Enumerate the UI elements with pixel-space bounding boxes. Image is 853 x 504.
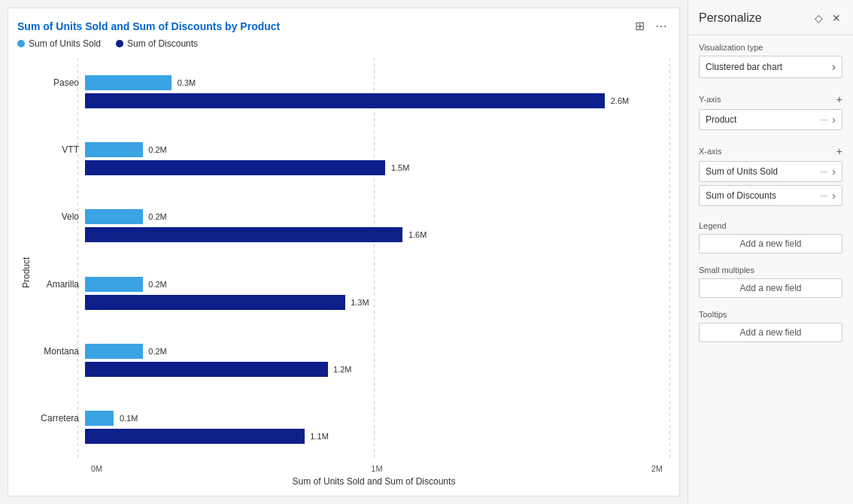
bar-row-discounts-carretera: 1.1M: [40, 428, 663, 445]
bar-units-amarilla: 0.2M: [85, 277, 143, 292]
x-axis-discounts-dots: ···: [821, 191, 827, 200]
bar-value-units-paseo: 0.3M: [178, 78, 196, 87]
y-axis-section: Y-axis + Product ··· ›: [688, 86, 853, 138]
tooltips-section: Tooltips Add a new field: [688, 302, 853, 347]
chart-body: Product Paseo0.3M2.6MVTT0.2M1.5MVelo0.2M…: [17, 58, 670, 487]
bar-value-discounts-vtt: 1.5M: [391, 163, 409, 172]
bar-units-carretera: 0.1M: [85, 411, 114, 426]
y-axis-add-button[interactable]: +: [836, 93, 842, 105]
x-axis-units-chevron: ›: [832, 165, 836, 178]
bar-track-units-vtt: 0.2M: [85, 141, 663, 158]
bar-track-discounts-vtt: 1.5M: [85, 159, 663, 176]
x-axis-discounts-icons: ··· ›: [821, 190, 836, 202]
x-axis-discounts-field[interactable]: Sum of Discounts ··· ›: [699, 185, 842, 206]
bar-group-amarilla: Amarilla0.2M1.3M: [40, 276, 663, 311]
bar-group-velo: Velo0.2M1.6M: [40, 208, 663, 243]
bar-row-units-montana: Montana0.2M: [40, 343, 663, 360]
chart-more-button[interactable]: ⋯: [652, 17, 670, 35]
bar-row-units-velo: Velo0.2M: [40, 208, 663, 225]
y-axis-label: Product: [17, 58, 32, 487]
legend-add-button[interactable]: Add a new field: [699, 234, 842, 254]
small-multiples-section: Small multiples Add a new field: [688, 258, 853, 302]
x-axis-add-button[interactable]: +: [836, 145, 842, 157]
chart-container: Sum of Units Sold and Sum of Discounts b…: [8, 8, 680, 496]
x-axis-section: X-axis + Sum of Units Sold ··· › Sum of …: [688, 138, 853, 214]
bar-label-amarilla: Amarilla: [40, 279, 85, 290]
y-axis-dots-icon: ···: [821, 115, 827, 124]
bar-row-units-paseo: Paseo0.3M: [40, 74, 663, 91]
personalize-panel: Personalize ◇ ✕ Visualization type Clust…: [688, 0, 853, 504]
chart-inner: Paseo0.3M2.6MVTT0.2M1.5MVelo0.2M1.6MAmar…: [32, 58, 670, 487]
panel-header: Personalize ◇ ✕: [688, 0, 853, 35]
x-tick-1: 1M: [371, 464, 382, 473]
bar-label-velo: Velo: [40, 211, 85, 222]
tooltips-label: Tooltips: [699, 310, 842, 319]
bar-discounts-paseo: 2.6M: [85, 93, 605, 108]
chart-title: Sum of Units Sold and Sum of Discounts b…: [17, 20, 670, 32]
viz-type-value: Clustered bar chart: [706, 62, 782, 72]
bar-track-discounts-velo: 1.6M: [85, 226, 663, 243]
bar-row-units-carretera: Carretera0.1M: [40, 410, 663, 427]
y-axis-product-name: Product: [706, 114, 736, 125]
legend-section-label: Legend: [699, 221, 842, 230]
viz-type-field[interactable]: Clustered bar chart ›: [699, 56, 842, 78]
bar-units-vtt: 0.2M: [85, 142, 143, 157]
bar-row-units-amarilla: Amarilla0.2M: [40, 276, 663, 293]
y-axis-product-field[interactable]: Product ··· ›: [699, 109, 842, 130]
bar-value-units-amarilla: 0.2M: [148, 280, 166, 289]
bar-value-discounts-velo: 1.6M: [408, 230, 426, 239]
bar-track-units-amarilla: 0.2M: [85, 276, 663, 293]
bar-label-vtt: VTT: [40, 144, 85, 155]
bar-group-paseo: Paseo0.3M2.6M: [40, 74, 663, 109]
grid-line-0: [77, 58, 78, 461]
bar-value-discounts-amarilla: 1.3M: [351, 298, 369, 307]
bar-track-units-velo: 0.2M: [85, 208, 663, 225]
bar-discounts-montana: 1.2M: [85, 362, 328, 377]
x-axis-units-field[interactable]: Sum of Units Sold ··· ›: [699, 161, 842, 182]
grid-line-2: [669, 58, 670, 461]
bar-track-discounts-paseo: 2.6M: [85, 93, 663, 109]
x-axis-ticks: 0M 1M 2M: [83, 461, 670, 473]
legend-dot-units: [17, 40, 25, 47]
panel-reset-button[interactable]: ◇: [813, 11, 824, 26]
panel-close-button[interactable]: ✕: [830, 11, 842, 26]
viz-type-chevron: ›: [832, 60, 836, 74]
bar-discounts-vtt: 1.5M: [85, 160, 385, 175]
bars-area: Paseo0.3M2.6MVTT0.2M1.5MVelo0.2M1.6MAmar…: [32, 58, 670, 461]
x-axis-discounts-chevron: ›: [832, 190, 836, 202]
legend-item-units: Sum of Units Sold: [17, 38, 101, 49]
x-axis-units-dots: ···: [821, 167, 827, 176]
x-axis-units-icons: ··· ›: [821, 165, 836, 178]
bar-track-units-carretera: 0.1M: [85, 410, 663, 427]
bar-units-velo: 0.2M: [85, 209, 143, 224]
bar-group-carretera: Carretera0.1M1.1M: [40, 410, 663, 445]
chart-legend: Sum of Units Sold Sum of Discounts: [17, 38, 670, 49]
bar-units-montana: 0.2M: [85, 344, 143, 359]
panel-title: Personalize: [699, 11, 762, 25]
x-axis-section-label: X-axis: [699, 147, 722, 156]
bar-row-discounts-montana: 1.2M: [40, 361, 663, 378]
bar-track-discounts-amarilla: 1.3M: [85, 294, 663, 311]
chart-toolbar: ⊞ ⋯: [632, 17, 670, 35]
x-axis-header: X-axis +: [699, 145, 842, 157]
chart-title-static: Sum of Units Sold and Sum of Discounts b…: [17, 20, 240, 32]
bar-value-discounts-montana: 1.2M: [333, 365, 351, 374]
viz-type-label: Visualization type: [699, 43, 842, 52]
bar-value-discounts-carretera: 1.1M: [310, 432, 328, 441]
y-axis-label: Y-axis: [699, 95, 721, 104]
y-axis-header: Y-axis +: [699, 93, 842, 105]
bar-row-discounts-vtt: 1.5M: [40, 159, 663, 176]
chart-title-highlight: Product: [240, 20, 280, 32]
grid-lines: [77, 58, 670, 461]
bar-value-discounts-paseo: 2.6M: [611, 96, 629, 105]
bar-discounts-velo: 1.6M: [85, 227, 402, 242]
chart-pin-button[interactable]: ⊞: [632, 17, 648, 35]
tooltips-add-button[interactable]: Add a new field: [699, 323, 842, 342]
bar-row-discounts-velo: 1.6M: [40, 226, 663, 243]
panel-header-icons: ◇ ✕: [813, 11, 842, 26]
small-multiples-add-button[interactable]: Add a new field: [699, 278, 842, 298]
bar-label-montana: Montana: [40, 346, 85, 357]
bar-row-units-vtt: VTT0.2M: [40, 141, 663, 158]
bar-row-discounts-paseo: 2.6M: [40, 93, 663, 109]
bar-discounts-amarilla: 1.3M: [85, 295, 345, 310]
